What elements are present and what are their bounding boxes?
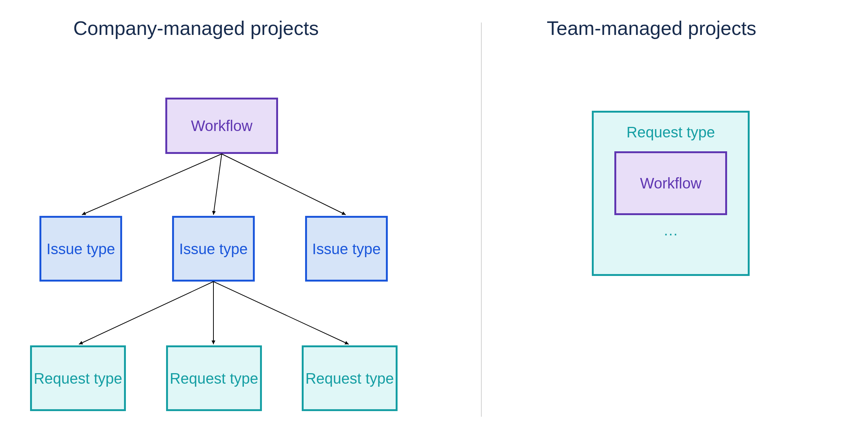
svg-line-2	[222, 154, 346, 215]
request-type-box: Request type	[30, 345, 126, 411]
svg-line-5	[213, 282, 349, 344]
nested-workflow-box: Workflow	[614, 151, 727, 215]
diagram-container: Company-managed projects Team-managed pr…	[0, 0, 868, 443]
issue-type-box: Issue type	[305, 216, 388, 282]
request-type-box: Request type	[166, 345, 262, 411]
svg-line-1	[213, 154, 222, 215]
svg-line-3	[79, 282, 213, 344]
left-heading: Company-managed projects	[73, 17, 319, 39]
issue-type-box: Issue type	[39, 216, 122, 282]
svg-line-0	[82, 154, 222, 215]
request-type-label: Request type	[594, 124, 748, 141]
vertical-divider	[481, 23, 482, 417]
request-type-container: Request type Workflow …	[592, 111, 750, 276]
right-heading: Team-managed projects	[547, 17, 756, 39]
request-type-box: Request type	[302, 345, 398, 411]
workflow-box: Workflow	[165, 98, 278, 154]
ellipsis-label: …	[594, 222, 748, 239]
issue-type-box: Issue type	[172, 216, 255, 282]
